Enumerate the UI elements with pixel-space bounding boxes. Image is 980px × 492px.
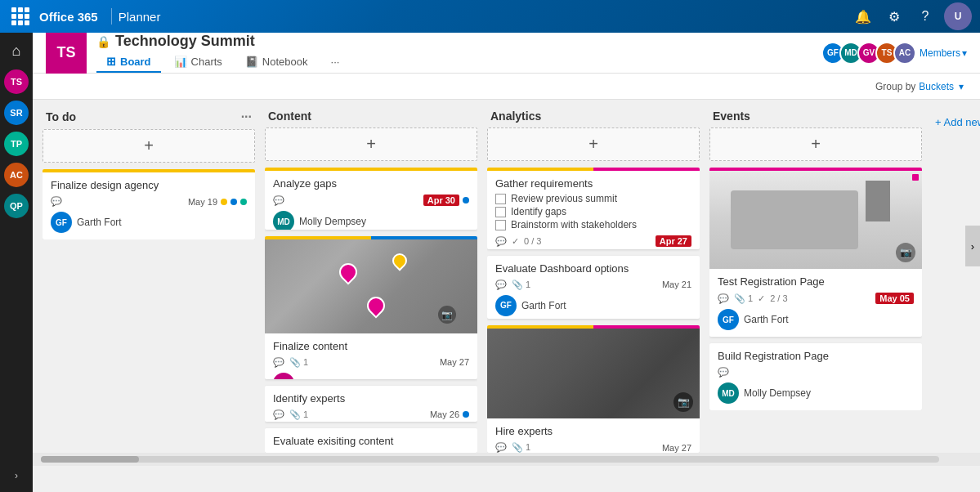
card-title: Evaluate exisiting content	[273, 435, 469, 447]
comment-icon: 💬	[273, 195, 284, 206]
card-date: May 19	[188, 197, 217, 207]
card-meta: 💬 May 19	[51, 196, 247, 207]
bucket-content-add[interactable]: +	[265, 127, 477, 161]
card-meta: 💬	[718, 367, 914, 378]
card-meta-left: 💬 ✓ 0 / 3	[495, 236, 541, 247]
card-due-badge: Apr 27	[656, 235, 691, 247]
notifications-icon[interactable]: 🔔	[851, 4, 875, 29]
office-logo: Office 365	[39, 10, 98, 24]
nav-separator	[111, 8, 112, 25]
sidebar-item-tp[interactable]: TP	[2, 129, 31, 159]
member-avatar-list: GF MD GV TS AC	[826, 42, 916, 65]
card-evaluate-dashboard[interactable]: Evaluate Dashboard options 💬 📎 1 May 21 …	[487, 256, 700, 320]
side-navigation: ⌂ TS SR TP AC QP ›	[0, 33, 33, 492]
card-body: Build Registration Page 💬 MD Molly Demps…	[709, 343, 922, 410]
card-image-bg: 📷	[709, 171, 922, 269]
bucket-todo-cards: Finalize design agency 💬 May 19	[43, 169, 255, 239]
card-hire-experts[interactable]: 📷 Hire experts 💬 📎 1 May 27	[487, 325, 700, 453]
card-title: Finalize content	[273, 340, 469, 352]
card-meta-left: 💬	[718, 367, 729, 378]
notebook-tab-label: Notebook	[262, 56, 308, 68]
bucket-content: Content + Analyze gaps 💬 Apr 30	[265, 110, 477, 453]
card-finalize-design[interactable]: Finalize design agency 💬 May 19	[43, 169, 255, 239]
bucket-events-title: Events	[713, 110, 750, 123]
card-body: Evaluate Dashboard options 💬 📎 1 May 21 …	[487, 256, 700, 320]
plan-name: Technology Summit	[115, 33, 255, 50]
help-icon[interactable]: ?	[913, 4, 937, 29]
card-title: Analyze gaps	[273, 177, 469, 190]
comment-icon: 💬	[495, 280, 507, 290]
card-body: Identify experts 💬 📎 1 May 26	[265, 386, 477, 422]
card-title: Build Registration Page	[718, 350, 914, 362]
members-chevron: ▾	[962, 47, 967, 59]
comment-icon: 💬	[495, 442, 507, 453]
bucket-events-header: Events	[709, 110, 922, 127]
bucket-todo-header: To do ···	[43, 110, 255, 129]
checkbox-3[interactable]	[495, 220, 506, 230]
card-meta-right: May 26	[430, 409, 469, 419]
card-body: Hire experts 💬 📎 1 May 27	[487, 418, 700, 453]
card-assignee: GF Garth Fort	[51, 212, 247, 233]
tab-board[interactable]: ⊞ Board	[96, 51, 161, 73]
card-meta-left: 💬	[273, 195, 284, 206]
plan-name-row: 🔒 Technology Summit	[96, 33, 817, 50]
sidebar-bottom: ›	[2, 466, 31, 485]
title-bar: TS 🔒 Technology Summit ⊞ Board 📊 Charts …	[33, 33, 980, 74]
checklist-text-1: Review previous summit	[511, 193, 617, 204]
tab-more[interactable]: ···	[321, 52, 350, 73]
user-avatar[interactable]: U	[944, 2, 972, 30]
waffle-button[interactable]	[8, 4, 33, 29]
card-gather-requirements[interactable]: Gather requirements Review previous summ…	[487, 168, 700, 249]
add-bucket-button[interactable]: + Add new bucket	[932, 110, 980, 134]
card-build-registration[interactable]: Build Registration Page 💬 MD Molly Demps…	[709, 343, 922, 410]
sidebar-item-sr[interactable]: SR	[2, 98, 31, 127]
group-by-select[interactable]: Buckets ▾	[919, 81, 967, 92]
checkbox-1[interactable]	[495, 194, 506, 204]
card-test-registration[interactable]: 📷 Test Registration Page 💬 📎 1 ✓ 2 / 3 M	[709, 168, 922, 337]
card-date: May 27	[440, 357, 469, 367]
card-meta-right: Apr 30	[423, 195, 469, 206]
bucket-todo-title: To do	[46, 110, 76, 123]
members-label: Members	[920, 47, 960, 59]
red-badge	[912, 174, 919, 181]
check-progress: 0 / 3	[524, 236, 541, 246]
bucket-analytics-add[interactable]: +	[487, 127, 700, 161]
tab-charts[interactable]: 📊 Charts	[164, 52, 232, 73]
bucket-todo-add[interactable]: +	[43, 129, 255, 163]
scrollbar-thumb[interactable]	[41, 456, 139, 463]
person-shape	[866, 181, 890, 221]
sidebar-item-ts[interactable]: TS	[2, 67, 31, 96]
sidebar-item-ac[interactable]: AC	[2, 160, 31, 190]
scroll-right-button[interactable]: ›	[965, 226, 980, 266]
card-finalize-content[interactable]: 📷 Finalize content 💬 📎 1 May 27 GV	[265, 236, 477, 379]
card-meta: 💬 📎 1 May 26	[273, 409, 469, 420]
attach-icon: 📎 1	[289, 357, 308, 368]
card-analyze-gaps[interactable]: Analyze gaps 💬 Apr 30 MD Molly Dempsey	[265, 168, 477, 230]
card-identify-experts[interactable]: Identify experts 💬 📎 1 May 26	[265, 386, 477, 422]
comment-icon: 💬	[273, 357, 284, 368]
sidebar-expand-button[interactable]: ›	[2, 466, 31, 485]
top-navigation: Office 365 Planner 🔔 ⚙ ? U	[0, 0, 980, 33]
checklist-text-3: Brainstorm with stakeholders	[511, 219, 637, 230]
tab-notebook[interactable]: 📓 Notebook	[235, 52, 318, 73]
assignee-avatar: MD	[718, 382, 739, 404]
card-due-badge: May 05	[875, 293, 914, 304]
members-button[interactable]: Members ▾	[920, 47, 967, 59]
checkbox-2[interactable]	[495, 207, 506, 217]
card-image-bg: 📷	[487, 329, 700, 418]
header-area: TS 🔒 Technology Summit ⊞ Board 📊 Charts …	[33, 33, 980, 100]
card-evaluate-existing[interactable]: Evaluate exisiting content	[265, 428, 477, 454]
sidebar-item-qp[interactable]: QP	[2, 191, 31, 221]
card-date: May 26	[430, 409, 459, 419]
bucket-events-add[interactable]: +	[709, 127, 922, 161]
checklist-item-2: Identify gaps	[495, 206, 691, 217]
sidebar-item-home[interactable]: ⌂	[2, 36, 31, 65]
card-meta-left: 💬 📎 1	[495, 280, 530, 290]
bucket-content-title-area: Content	[268, 110, 311, 123]
settings-icon[interactable]: ⚙	[882, 4, 906, 29]
card-title: Hire experts	[495, 425, 691, 437]
notebook-tab-icon: 📓	[245, 56, 258, 68]
card-body: Finalize design agency 💬 May 19	[43, 172, 255, 239]
card-meta: 💬 ✓ 0 / 3 Apr 27	[495, 235, 691, 247]
bucket-todo-menu[interactable]: ···	[241, 110, 252, 124]
